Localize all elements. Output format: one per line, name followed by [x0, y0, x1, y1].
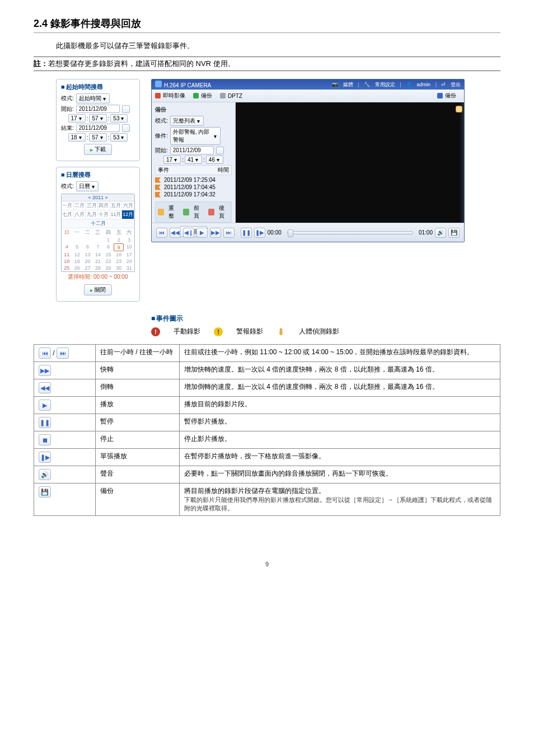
play-label: 往前一小時 / 往後一小時	[96, 345, 180, 362]
tab-backup[interactable]: 備份	[193, 92, 212, 100]
step-back-button[interactable]: ◀❙	[183, 228, 194, 238]
svg-rect-1	[280, 331, 282, 335]
flag-icon	[155, 177, 161, 183]
side-backup-title: 備份	[155, 105, 232, 115]
note-text: 若想要儲存更多錄影資料，建議可搭配相同的 NVR 使用。	[48, 59, 235, 68]
human-detect-icon	[277, 327, 285, 336]
end-date-input[interactable]: 2011/12/09	[76, 124, 120, 132]
time-search-panel: ■起始時間搜尋 模式: 起始時間 ▾ 開始: 2011/12/09 17 ▾ :…	[56, 79, 140, 161]
side-pager: 重整 前頁 後頁	[155, 201, 232, 223]
ff-button[interactable]: ▶▶	[210, 228, 221, 238]
step-button[interactable]: ❚▶	[254, 228, 265, 238]
calendar-range-hint: 選擇時間: 00:00 ~ 00:00	[61, 272, 135, 282]
pb-time-left: 00:00	[268, 229, 282, 236]
app-icon	[155, 81, 162, 87]
pause-icon: ❚❚	[39, 417, 51, 428]
manual-record-icon: !	[151, 327, 160, 336]
legend-area: ■事件圖示 !手動錄影 !警報錄影 人體偵測錄影	[151, 314, 465, 336]
pb-time-right: 01:00	[419, 229, 433, 236]
next-hour-button[interactable]: ⏭	[223, 228, 235, 238]
page-number: 9	[34, 561, 500, 567]
list-item[interactable]: 2011/12/09 17:04:32	[155, 191, 232, 198]
next-hour-icon: ⏭	[57, 348, 69, 359]
audio-button[interactable]: 🔊	[435, 228, 446, 238]
refresh-icon[interactable]	[158, 209, 164, 215]
hand-icon	[456, 106, 462, 112]
calendar-icon[interactable]	[122, 105, 130, 113]
calendar-widget[interactable]: « 2011 » 一月二月三月四月五月六月 七月八月九月十月11月12月 十二月…	[61, 194, 135, 272]
start-label: 開始:	[61, 105, 74, 113]
legend-title: 事件圖示	[156, 314, 183, 322]
save-button[interactable]: 💾	[448, 228, 460, 238]
screenshot-figure: ■起始時間搜尋 模式: 起始時間 ▾ 開始: 2011/12/09 17 ▾ :…	[56, 79, 465, 336]
note-block: 註：若想要儲存更多錄影資料，建議可搭配相同的 NVR 使用。	[34, 57, 500, 71]
camera-app-window: H.264 IP CAMERA 📷 媒體 | 🔧 常用設定 | 👤 admin …	[151, 79, 465, 242]
start-sec-select[interactable]: 53 ▾	[110, 114, 128, 123]
calendar-search-panel: ■日曆搜尋 模式: 日曆 ▾ « 2011 » 一月二月三月四月五月六月 七月八…	[56, 167, 140, 302]
fast-forward-icon: ▶▶	[39, 365, 51, 376]
alarm-record-icon: !	[214, 327, 223, 336]
calendar-days[interactable]: 日一二三四五六 123 45678910 11121314151617 1819…	[62, 228, 134, 271]
prev-hour-icon: ⏮	[39, 348, 51, 359]
start-min-select[interactable]: 57 ▾	[89, 114, 106, 123]
backup-icon: 💾	[39, 486, 51, 497]
event-list: 2011/12/09 17:25:04 2011/12/09 17:04:45 …	[155, 176, 232, 198]
calendar-close-button[interactable]: ▸關閉	[84, 284, 112, 295]
start-date-input[interactable]: 2011/12/09	[76, 105, 120, 113]
table-row: 🔊 聲音 必要時，點一下關閉回放畫面內的錄音播放關閉，再點一下即可恢復。	[34, 466, 500, 483]
calendar-search-title: 日曆搜尋	[66, 171, 91, 178]
side-cond-select[interactable]: 外部警報, 內部警報 ▾	[170, 127, 221, 145]
tab-dptz[interactable]: DPTZ	[220, 93, 242, 99]
playback-table: ⏮ / ⏭ 往前一小時 / 往後一小時 往前或往後一小時，例如 11:00 ~ …	[34, 344, 500, 516]
next-icon[interactable]	[208, 209, 214, 215]
download-button[interactable]: ▸下載	[84, 144, 112, 155]
list-item[interactable]: 2011/12/09 17:04:45	[155, 184, 232, 191]
pause-button[interactable]: ❚❚	[241, 228, 252, 238]
table-row: ⏮ / ⏭ 往前一小時 / 往後一小時 往前或往後一小時，例如 11:00 ~ …	[34, 345, 500, 362]
app-side-panel: 備份 模式: 完整列表 ▾ 條件: 外部警報, 內部警報 ▾ 開始: 2011/…	[152, 102, 236, 223]
table-row: ❚▶ 單張播放 在暫停影片播放時，按一下格放前進一張影像。	[34, 449, 500, 466]
end-sec-select[interactable]: 53 ▾	[110, 133, 128, 142]
calendar-icon[interactable]	[216, 147, 224, 154]
rewind-icon: ◀◀	[39, 382, 51, 393]
prev-icon[interactable]	[183, 209, 189, 215]
app-title: H.264 IP CAMERA	[164, 82, 211, 88]
video-area	[236, 102, 464, 223]
table-row: ▶ 播放 播放目前的錄影片段。	[34, 397, 500, 414]
svg-point-0	[280, 328, 282, 331]
side-mode-select[interactable]: 完整列表 ▾	[170, 116, 204, 126]
mode-label: 模式:	[61, 182, 74, 190]
app-toolbar: 即時影像 備份 DPTZ 備份	[152, 90, 464, 102]
table-row: ▶▶ 快轉 增加快轉的速度。點一次以 4 倍的速度快轉，兩次 8 倍，以此類推，…	[34, 362, 500, 379]
list-item[interactable]: 2011/12/09 17:25:04	[155, 176, 232, 184]
tab-backup-btn[interactable]: 備份	[433, 91, 461, 100]
table-row: ◀◀ 倒轉 增加倒轉的速度。點一次以 4 倍的速度倒轉，兩次 8 倍，以此類推，…	[34, 379, 500, 397]
calendar-months[interactable]: 一月二月三月四月五月六月 七月八月九月十月11月12月	[62, 201, 134, 219]
play-button[interactable]: ▶	[196, 228, 208, 238]
audio-icon: 🔊	[39, 469, 51, 480]
end-hour-select[interactable]: 18 ▾	[68, 133, 86, 142]
titlebar: H.264 IP CAMERA 📷 媒體 | 🔧 常用設定 | 👤 admin …	[152, 79, 464, 90]
playback-slider[interactable]	[287, 231, 413, 234]
mode-cal-select[interactable]: 日曆 ▾	[76, 181, 99, 191]
tab-live[interactable]: 即時影像	[155, 92, 185, 100]
table-row: ◼ 停止 停止影片播放。	[34, 431, 500, 449]
step-icon: ❚▶	[39, 452, 51, 463]
note-label: 註：	[34, 59, 48, 68]
time-search-title: 起始時間搜尋	[66, 83, 103, 90]
end-min-select[interactable]: 57 ▾	[89, 133, 106, 142]
section-heading: 2.4 錄影事件搜尋與回放	[34, 17, 500, 33]
side-start-date[interactable]: 2011/12/09	[170, 146, 214, 154]
end-label: 結束:	[61, 124, 74, 132]
rewind-button[interactable]: ◀◀	[170, 228, 181, 238]
chevron-down-icon: ▾	[92, 184, 95, 190]
prev-hour-button[interactable]: ⏮	[156, 228, 167, 238]
mode-time-select[interactable]: 起始時間 ▾	[76, 93, 110, 104]
table-row: ❚❚ 暫停 暫停影片播放。	[34, 414, 500, 431]
play-desc: 往前或往後一小時，例如 11:00 ~ 12:00 或 14:00 ~ 15:0…	[180, 345, 500, 362]
table-row: 💾 備份 將目前播放的錄影片段儲存在電腦的指定位置。 下載的影片只能使用我們專用…	[34, 483, 500, 516]
intro-text: 此攝影機最多可以儲存三筆警報錄影事件。	[56, 41, 500, 51]
play-icon: ▶	[39, 400, 51, 411]
start-hour-select[interactable]: 17 ▾	[68, 114, 86, 123]
calendar-icon[interactable]	[122, 124, 130, 132]
